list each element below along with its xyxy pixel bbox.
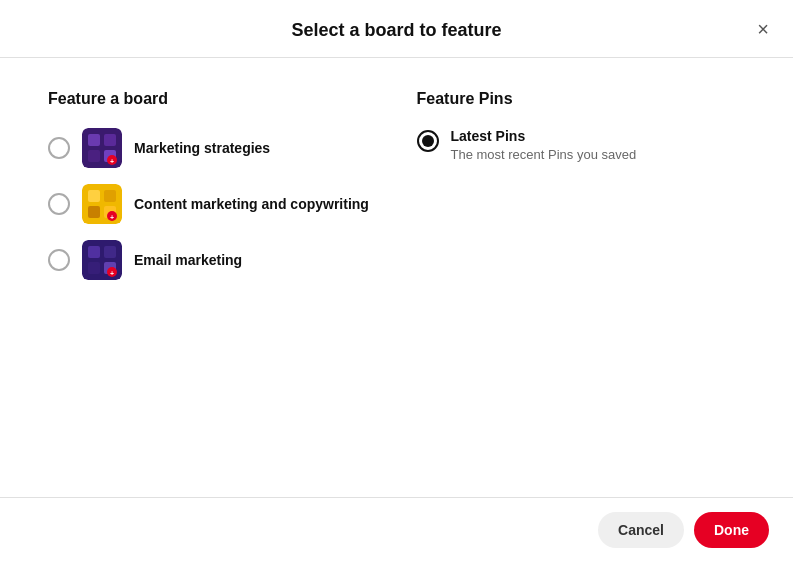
radio-content[interactable] xyxy=(48,193,70,215)
feature-board-title: Feature a board xyxy=(48,90,377,108)
board-thumb-email: + xyxy=(82,240,122,280)
svg-rect-15 xyxy=(88,246,100,258)
board-thumb-content: + xyxy=(82,184,122,224)
dialog-header: Select a board to feature × xyxy=(0,0,793,58)
board-label-content: Content marketing and copywriting xyxy=(134,196,369,212)
radio-latest-pins[interactable] xyxy=(417,130,439,152)
svg-rect-3 xyxy=(88,150,100,162)
svg-rect-2 xyxy=(104,134,116,146)
close-button[interactable]: × xyxy=(753,15,773,43)
dialog-footer: Cancel Done xyxy=(0,497,793,562)
done-button[interactable]: Done xyxy=(694,512,769,548)
board-label-marketing: Marketing strategies xyxy=(134,140,270,156)
cancel-button[interactable]: Cancel xyxy=(598,512,684,548)
pins-option-latest[interactable]: Latest Pins The most recent Pins you sav… xyxy=(417,128,746,162)
svg-rect-1 xyxy=(88,134,100,146)
board-item-email[interactable]: + Email marketing xyxy=(48,240,377,280)
board-item-marketing[interactable]: + Marketing strategies xyxy=(48,128,377,168)
latest-pins-sublabel: The most recent Pins you saved xyxy=(451,147,637,162)
svg-text:+: + xyxy=(110,214,114,221)
latest-pins-label: Latest Pins xyxy=(451,128,637,144)
feature-board-section: Feature a board + Marketing strat xyxy=(48,90,377,465)
svg-rect-10 xyxy=(88,206,100,218)
board-thumb-marketing: + xyxy=(82,128,122,168)
svg-rect-16 xyxy=(104,246,116,258)
svg-rect-9 xyxy=(104,190,116,202)
svg-rect-8 xyxy=(88,190,100,202)
board-item-content[interactable]: + Content marketing and copywriting xyxy=(48,184,377,224)
board-list: + Marketing strategies + xyxy=(48,128,377,280)
feature-pins-section: Feature Pins Latest Pins The most recent… xyxy=(417,90,746,465)
radio-email[interactable] xyxy=(48,249,70,271)
feature-pins-title: Feature Pins xyxy=(417,90,746,108)
dialog-title: Select a board to feature xyxy=(291,20,501,41)
svg-text:+: + xyxy=(110,270,114,277)
dialog-body: Feature a board + Marketing strat xyxy=(0,58,793,497)
pins-label-group: Latest Pins The most recent Pins you sav… xyxy=(451,128,637,162)
svg-text:+: + xyxy=(110,158,114,165)
svg-rect-17 xyxy=(88,262,100,274)
board-label-email: Email marketing xyxy=(134,252,242,268)
radio-marketing[interactable] xyxy=(48,137,70,159)
